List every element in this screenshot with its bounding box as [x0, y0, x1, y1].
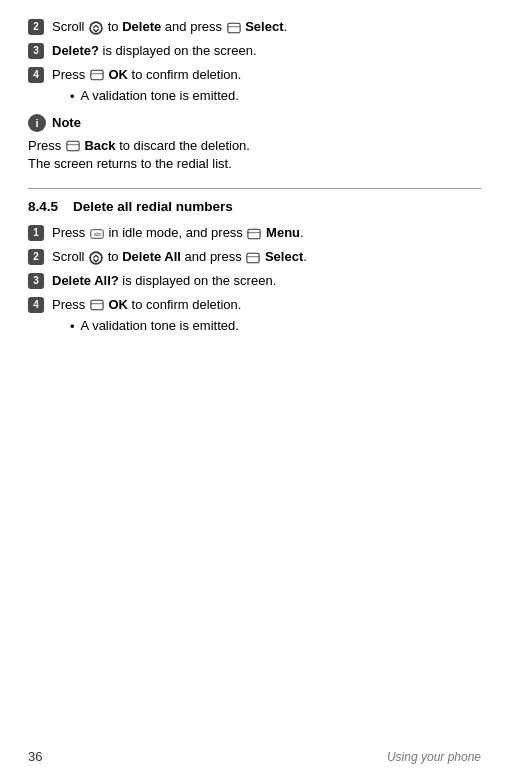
step-item: 2 Scroll to Delete All and press Select. [28, 248, 481, 267]
section-title: 8.4.5 Delete all redial numbers [28, 199, 481, 214]
step-item: 1 Press abc in idle mode, and press Menu… [28, 224, 481, 243]
ok-key-icon [90, 68, 104, 82]
page-number: 36 [28, 749, 42, 764]
svg-rect-3 [91, 70, 103, 80]
step-content: Press OK to confirm deletion. • A valida… [52, 66, 481, 107]
step-number: 2 [28, 249, 44, 265]
step-item: 3 Delete? is displayed on the screen. [28, 42, 481, 61]
section1-steps: 2 Scroll to Delete and press Select. 3 [28, 18, 481, 106]
step-item: 4 Press OK to confirm deletion. • A vali… [28, 296, 481, 337]
menu-key-icon [247, 227, 261, 241]
step-item: 4 Press OK to confirm deletion. • A vali… [28, 66, 481, 107]
step-item: 2 Scroll to Delete and press Select. [28, 18, 481, 37]
scroll-icon [89, 21, 103, 35]
svg-rect-9 [248, 229, 260, 239]
step-item: 3 Delete All? is displayed on the screen… [28, 272, 481, 291]
note-content: Note [52, 114, 81, 132]
section-number: 8.4.5 [28, 199, 58, 214]
bullet-dot: • [70, 318, 75, 337]
bullet-item: • A validation tone is emitted. [70, 317, 481, 337]
bullet-text: A validation tone is emitted. [81, 87, 239, 106]
svg-text:abc: abc [94, 232, 102, 237]
ok-key2-icon [90, 298, 104, 312]
bullet-dot: • [70, 88, 75, 107]
note-label: Note [52, 115, 81, 130]
bullet-item: • A validation tone is emitted. [70, 87, 481, 107]
step-number: 4 [28, 297, 44, 313]
section2-steps: 1 Press abc in idle mode, and press Menu… [28, 224, 481, 336]
note-paragraph: Press Back to discard the deletion. The … [28, 137, 481, 175]
note-icon: i [28, 114, 46, 132]
svg-rect-14 [91, 301, 103, 311]
idle-mode-key-icon: abc [90, 227, 104, 241]
bullet-text: A validation tone is emitted. [81, 317, 239, 336]
softkey-select2-icon [246, 251, 260, 265]
step-content: Delete All? is displayed on the screen. [52, 272, 481, 291]
back-key-icon [66, 139, 80, 153]
step-number: 3 [28, 43, 44, 59]
note-block: i Note [28, 114, 481, 132]
step-content: Scroll to Delete and press Select. [52, 18, 481, 37]
step-number: 2 [28, 19, 44, 35]
step-content: Delete? is displayed on the screen. [52, 42, 481, 61]
footer-title: Using your phone [387, 750, 481, 764]
step-content: Press abc in idle mode, and press Menu. [52, 224, 481, 243]
step-content: Press OK to confirm deletion. • A valida… [52, 296, 481, 337]
softkey-select-icon [227, 21, 241, 35]
scroll-icon [89, 251, 103, 265]
step-number: 4 [28, 67, 44, 83]
step-content: Scroll to Delete All and press Select. [52, 248, 481, 267]
page-container: 2 Scroll to Delete and press Select. 3 [0, 0, 509, 778]
page-footer: 36 Using your phone [0, 749, 509, 764]
svg-rect-1 [227, 23, 239, 33]
step-number: 1 [28, 225, 44, 241]
section-divider [28, 188, 481, 189]
svg-rect-12 [247, 253, 259, 263]
section-heading: Delete all redial numbers [73, 199, 233, 214]
svg-rect-5 [67, 141, 79, 151]
step-number: 3 [28, 273, 44, 289]
